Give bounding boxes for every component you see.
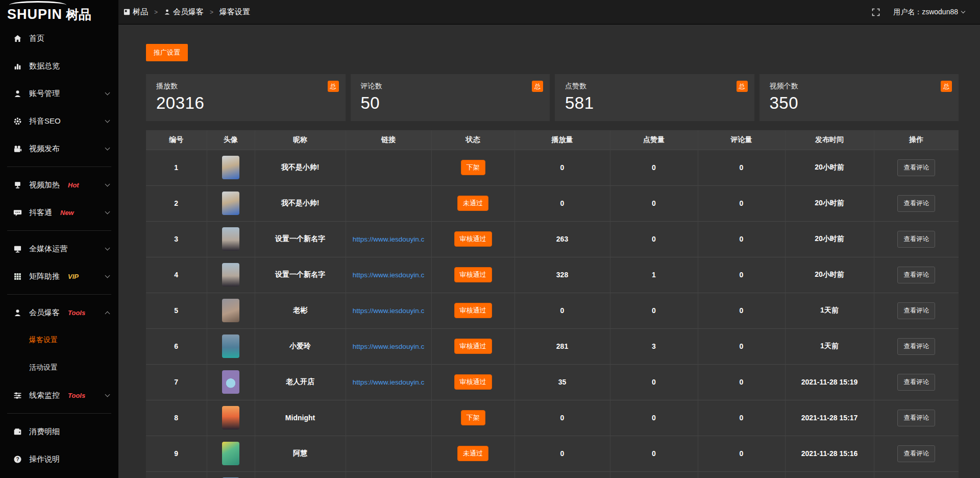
brand-logo[interactable]: SHUPIN 树品 bbox=[0, 0, 118, 25]
breadcrumb-section[interactable]: 会员爆客 bbox=[164, 7, 204, 17]
view-comments-button[interactable]: 查看评论 bbox=[897, 410, 935, 426]
breadcrumb-home[interactable]: 树品 bbox=[124, 7, 148, 17]
sidebar-item-douyin-seo[interactable]: 抖音SEO bbox=[0, 107, 118, 135]
sidebar-subitem-label: 活动设置 bbox=[29, 363, 58, 372]
chevron-down-icon bbox=[961, 9, 965, 13]
cell-likes: 0 bbox=[610, 150, 698, 185]
stat-value: 350 bbox=[770, 93, 949, 113]
cell-publish-time: 20小时前 bbox=[785, 150, 874, 185]
view-comments-button[interactable]: 查看评论 bbox=[897, 338, 935, 355]
monitor-icon bbox=[13, 245, 22, 253]
video-link[interactable]: https://www.iesdouyin.c bbox=[351, 307, 426, 315]
sidebar-item-baoke-settings[interactable]: 爆客设置 bbox=[0, 326, 118, 354]
sidebar-item-matrix-boost[interactable]: 矩阵助推 VIP bbox=[0, 262, 118, 290]
cell-link bbox=[346, 185, 431, 221]
breadcrumb-label: 会员爆客 bbox=[173, 7, 204, 17]
status-badge[interactable]: 审核通过 bbox=[454, 267, 492, 282]
status-badge[interactable]: 下架 bbox=[461, 410, 485, 425]
cell-nickname: 设置一个新名字 bbox=[255, 257, 346, 293]
col-header-avatar: 头像 bbox=[207, 130, 255, 150]
video-link[interactable]: https://www.iesdouyin.c bbox=[351, 271, 426, 279]
stat-value: 50 bbox=[361, 93, 540, 113]
status-badge[interactable]: 审核通过 bbox=[454, 339, 492, 354]
status-badge[interactable]: 审核通过 bbox=[454, 231, 492, 247]
sidebar-item-home[interactable]: 首页 bbox=[0, 25, 118, 52]
fullscreen-icon[interactable] bbox=[872, 8, 880, 16]
grid-icon bbox=[13, 272, 22, 281]
view-comments-button[interactable]: 查看评论 bbox=[897, 267, 935, 283]
sidebar-item-activity-settings[interactable]: 活动设置 bbox=[0, 354, 118, 381]
cell-status: 审核通过 bbox=[431, 328, 514, 364]
cell-plays: 0 bbox=[514, 436, 610, 471]
sidebar-item-member-baoke[interactable]: 会员爆客 Tools bbox=[0, 299, 118, 326]
sidebar-item-douketong[interactable]: 抖客通 New bbox=[0, 199, 118, 226]
table-row: 4 设置一个新名字 https://www.iesdouyin.c 审核通过 3… bbox=[146, 257, 959, 293]
cell-comments bbox=[698, 471, 785, 478]
status-badge[interactable]: 审核通过 bbox=[454, 303, 492, 318]
gear-icon bbox=[13, 117, 22, 126]
cell-plays: 0 bbox=[514, 150, 610, 185]
table-row: 7 老人开店 https://www.iesdouyin.c 审核通过 35 0… bbox=[146, 364, 959, 400]
cell-nickname: Midnight bbox=[255, 400, 346, 436]
cell-link: https://www.iesdouyin.c bbox=[346, 364, 431, 400]
sidebar-item-account-management[interactable]: 账号管理 bbox=[0, 80, 118, 107]
breadcrumb-separator: > bbox=[154, 9, 158, 16]
chevron-down-icon bbox=[105, 209, 110, 214]
cell-nickname bbox=[255, 471, 346, 478]
app-square-icon bbox=[124, 9, 130, 15]
sidebar-item-data-overview[interactable]: 数据总览 bbox=[0, 52, 118, 80]
cell-no: 5 bbox=[146, 293, 207, 328]
topbar-right: 用户名：zswodun88 bbox=[872, 8, 965, 17]
sidebar-item-label: 操作说明 bbox=[29, 455, 60, 464]
cell-likes bbox=[610, 471, 698, 478]
person-icon bbox=[164, 9, 170, 15]
help-icon: ? bbox=[13, 455, 22, 464]
table-row: 8 Midnight 下架 0 0 0 2021-11-28 15:17 查看评… bbox=[146, 400, 959, 436]
view-comments-button[interactable]: 查看评论 bbox=[897, 302, 935, 319]
cell-comments: 0 bbox=[698, 436, 785, 471]
user-menu[interactable]: 用户名：zswodun88 bbox=[893, 8, 965, 17]
sidebar-item-label: 消费明细 bbox=[29, 427, 60, 437]
cell-publish-time: 1天前 bbox=[785, 328, 874, 364]
cell-no: 2 bbox=[146, 185, 207, 221]
table-row: 6 小爱玲 https://www.iesdouyin.c 审核通过 281 3… bbox=[146, 328, 959, 364]
svg-text:?: ? bbox=[16, 457, 19, 462]
cell-plays bbox=[514, 471, 610, 478]
promotion-settings-button[interactable]: 推广设置 bbox=[146, 44, 188, 61]
breadcrumb-current-page: 爆客设置 bbox=[219, 7, 250, 17]
stat-label: 视频个数 bbox=[770, 82, 949, 91]
stat-card-plays: 播放数 20316 总 bbox=[146, 74, 346, 121]
cell-likes: 0 bbox=[610, 185, 698, 221]
avatar bbox=[222, 263, 239, 286]
cell-actions: 查看评论 bbox=[874, 364, 959, 400]
status-badge[interactable]: 审核通过 bbox=[454, 374, 492, 390]
cell-plays: 0 bbox=[514, 185, 610, 221]
view-comments-button[interactable]: 查看评论 bbox=[897, 445, 935, 462]
video-link[interactable]: https://www.iesdouyin.c bbox=[351, 343, 426, 350]
sidebar-item-label: 会员爆客 bbox=[29, 308, 60, 318]
status-badge[interactable]: 未通过 bbox=[457, 196, 488, 211]
status-badge[interactable]: 未通过 bbox=[457, 446, 488, 461]
sidebar-item-lead-monitor[interactable]: 线索监控 Tools bbox=[0, 381, 118, 409]
sidebar-item-omnimedia[interactable]: 全媒体运营 bbox=[0, 235, 118, 262]
avatar bbox=[222, 192, 239, 215]
sidebar-item-instructions[interactable]: ? 操作说明 bbox=[0, 445, 118, 473]
sidebar-item-consumption-detail[interactable]: 消费明细 bbox=[0, 418, 118, 445]
chevron-down-icon bbox=[105, 246, 110, 251]
cell-publish-time: 20小时前 bbox=[785, 185, 874, 221]
view-comments-button[interactable]: 查看评论 bbox=[897, 159, 935, 176]
sidebar-item-video-publish[interactable]: 视频发布 bbox=[0, 135, 118, 162]
sidebar-item-video-heat[interactable]: 视频加热 Hot bbox=[0, 171, 118, 199]
status-badge[interactable]: 下架 bbox=[461, 160, 485, 175]
view-comments-button[interactable]: 查看评论 bbox=[897, 231, 935, 248]
cell-comments: 0 bbox=[698, 328, 785, 364]
app-window: SHUPIN 树品 首页 数据总览 账号管理 抖音SEO bbox=[0, 0, 980, 478]
cell-avatar bbox=[207, 471, 255, 478]
video-link[interactable]: https://www.iesdouyin.c bbox=[351, 378, 426, 386]
cell-status: 下架 bbox=[431, 400, 514, 436]
video-link[interactable]: https://www.iesdouyin.c bbox=[351, 235, 426, 243]
view-comments-button[interactable]: 查看评论 bbox=[897, 195, 935, 212]
view-comments-button[interactable]: 查看评论 bbox=[897, 374, 935, 391]
cell-status: 未通过 bbox=[431, 436, 514, 471]
sidebar: SHUPIN 树品 首页 数据总览 账号管理 抖音SEO bbox=[0, 0, 118, 478]
